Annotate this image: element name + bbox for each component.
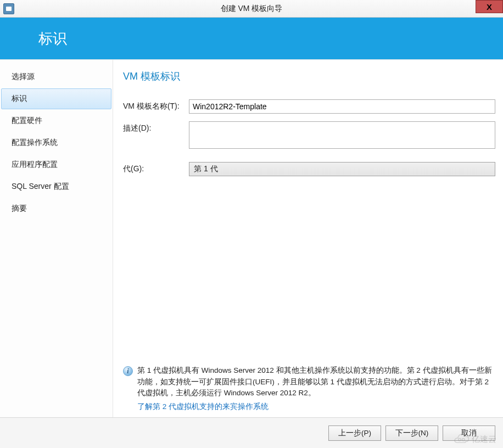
sidebar-item-identity[interactable]: 标识 — [1, 88, 111, 109]
row-template-name: VM 模板名称(T): — [123, 99, 495, 114]
sidebar-item-summary[interactable]: 摘要 — [1, 198, 111, 219]
close-button[interactable]: X — [476, 0, 503, 13]
sidebar-item-configure-hardware[interactable]: 配置硬件 — [1, 110, 111, 131]
window-title: 创建 VM 模板向导 — [0, 4, 503, 14]
select-generation-value: 第 1 代 — [194, 164, 218, 174]
wizard-footer: 上一步(P) 下一步(N) 取消 — [0, 417, 503, 448]
sidebar-item-label: SQL Server 配置 — [12, 182, 69, 192]
main-panel: VM 模板标识 VM 模板名称(T): 描述(D): 代(G): 第 1 代 i… — [113, 60, 503, 417]
sidebar-item-app-config[interactable]: 应用程序配置 — [1, 154, 111, 175]
label-generation: 代(G): — [123, 162, 189, 174]
cancel-button[interactable]: 取消 — [443, 425, 495, 441]
info-link-gen2-guest-os[interactable]: 了解第 2 代虚拟机支持的来宾操作系统 — [137, 402, 269, 412]
page-title: 标识 — [38, 29, 67, 48]
select-generation[interactable]: 第 1 代 — [189, 162, 495, 176]
app-icon — [3, 3, 14, 14]
label-description: 描述(D): — [123, 121, 189, 133]
sidebar-item-label: 应用程序配置 — [12, 160, 58, 170]
sidebar-item-label: 摘要 — [12, 204, 27, 214]
info-icon: i — [123, 366, 133, 376]
input-template-name[interactable] — [189, 99, 495, 114]
titlebar: 创建 VM 模板向导 X — [0, 0, 503, 18]
sidebar-item-label: 配置操作系统 — [12, 138, 58, 148]
textarea-description[interactable] — [189, 121, 495, 149]
sidebar-item-label: 选择源 — [12, 72, 35, 82]
row-generation: 代(G): 第 1 代 — [123, 162, 495, 176]
sidebar-item-label: 配置硬件 — [12, 116, 42, 126]
wizard-header: 标识 — [0, 18, 503, 59]
sidebar-item-configure-os[interactable]: 配置操作系统 — [1, 132, 111, 153]
info-block: i 第 1 代虚拟机具有 Windows Server 2012 和其他主机操作… — [123, 354, 495, 412]
label-template-name: VM 模板名称(T): — [123, 99, 189, 111]
content-area: 选择源 标识 配置硬件 配置操作系统 应用程序配置 SQL Server 配置 … — [0, 59, 503, 417]
wizard-steps-sidebar: 选择源 标识 配置硬件 配置操作系统 应用程序配置 SQL Server 配置 … — [0, 60, 113, 417]
row-description: 描述(D): — [123, 121, 495, 149]
section-title: VM 模板标识 — [123, 70, 495, 83]
sidebar-item-sql-server-config[interactable]: SQL Server 配置 — [1, 176, 111, 197]
next-button[interactable]: 下一步(N) — [385, 425, 438, 441]
info-text: 第 1 代虚拟机具有 Windows Server 2012 和其他主机操作系统… — [137, 365, 494, 399]
previous-button[interactable]: 上一步(P) — [328, 425, 381, 441]
sidebar-item-label: 标识 — [12, 94, 27, 104]
info-content: 第 1 代虚拟机具有 Windows Server 2012 和其他主机操作系统… — [137, 365, 494, 412]
sidebar-item-select-source[interactable]: 选择源 — [1, 66, 111, 87]
